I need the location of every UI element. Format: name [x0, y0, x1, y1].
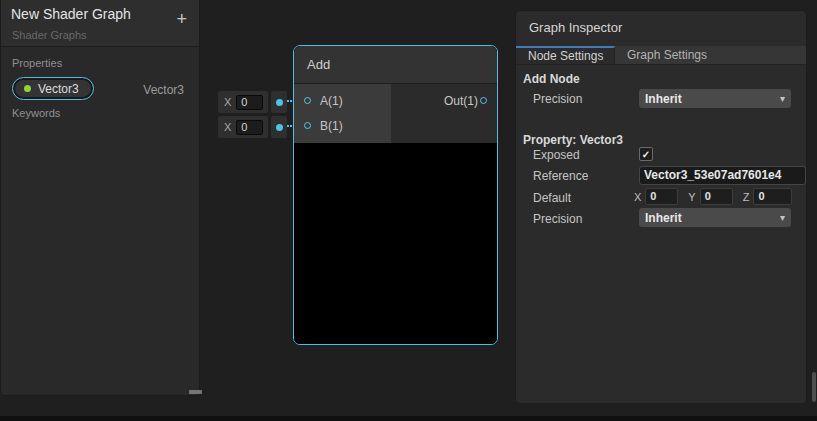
- checkmark-icon: ✓: [642, 149, 650, 160]
- add-property-icon[interactable]: +: [176, 10, 187, 28]
- input-port-a-icon[interactable]: [304, 97, 311, 104]
- property-heading: Property: Vector3: [523, 133, 623, 147]
- port-stub: [271, 116, 287, 138]
- float-input-panel: X 0: [218, 91, 268, 113]
- node-precision-value: Inherit: [645, 92, 682, 106]
- x-axis-label: X: [224, 96, 231, 108]
- add-node[interactable]: Add A(1) B(1) Out(1): [293, 45, 498, 345]
- inspector-tab-bar: Node Settings Graph Settings: [516, 46, 806, 65]
- inspector-title: Graph Inspector: [529, 20, 622, 35]
- property-precision-value: Inherit: [645, 211, 682, 225]
- node-port-area: A(1) B(1) Out(1): [294, 84, 497, 143]
- default-label: Default: [533, 191, 571, 205]
- chevron-down-icon: ▾: [780, 212, 785, 223]
- properties-section-label: Properties: [12, 57, 62, 69]
- default-x-field[interactable]: 0: [645, 188, 678, 205]
- float-value-field-b[interactable]: 0: [236, 120, 263, 135]
- keywords-section-label: Keywords: [12, 107, 60, 119]
- reference-label: Reference: [533, 169, 588, 183]
- property-pill-label: Vector3: [38, 82, 79, 96]
- exposed-dot-icon: [24, 85, 31, 92]
- z-axis-label: Z: [743, 191, 750, 203]
- reference-field[interactable]: Vector3_53e07ad7601e4: [639, 166, 806, 185]
- graph-inspector-panel: Graph Inspector Node Settings Graph Sett…: [515, 10, 807, 404]
- blackboard-resize-handle[interactable]: [189, 390, 202, 394]
- y-axis-label: Y: [688, 191, 695, 203]
- output-ports-background: [391, 84, 497, 143]
- input-port-a-label: A(1): [320, 94, 343, 108]
- float-input-panel: X 0: [218, 116, 268, 138]
- port-dot-icon[interactable]: [276, 124, 283, 131]
- add-node-heading: Add Node: [523, 72, 580, 86]
- tab-node-settings[interactable]: Node Settings: [516, 46, 615, 64]
- window-bottom-edge: [0, 416, 817, 421]
- node-precision-dropdown[interactable]: Inherit ▾: [639, 89, 791, 108]
- float-input-widget-b: X 0: [218, 116, 287, 138]
- float-value-field-a[interactable]: 0: [236, 95, 263, 110]
- chevron-down-icon: ▾: [780, 93, 785, 104]
- input-ports-background: [294, 84, 391, 143]
- node-precision-label: Precision: [533, 92, 582, 106]
- exposed-checkbox[interactable]: ✓: [639, 147, 653, 161]
- graph-subtitle: Shader Graphs: [12, 29, 87, 41]
- blackboard-panel: New Shader Graph + Shader Graphs Propert…: [0, 0, 200, 396]
- float-input-widget-a: X 0: [218, 91, 287, 113]
- graph-title: New Shader Graph: [11, 6, 131, 22]
- default-z-field[interactable]: 0: [753, 188, 792, 205]
- property-precision-label: Precision: [533, 212, 582, 226]
- port-stub: [271, 91, 287, 113]
- property-pill-vector3[interactable]: Vector3: [12, 77, 94, 100]
- shader-graph-window: New Shader Graph + Shader Graphs Propert…: [0, 0, 817, 421]
- x-axis-label: X: [634, 191, 641, 203]
- tab-graph-settings[interactable]: Graph Settings: [615, 46, 707, 64]
- window-scrollbar-thumb[interactable]: [812, 372, 816, 402]
- node-header[interactable]: Add: [294, 46, 497, 84]
- property-precision-dropdown[interactable]: Inherit ▾: [639, 208, 791, 227]
- default-y-field[interactable]: 0: [700, 188, 733, 205]
- output-port-icon[interactable]: [480, 97, 487, 104]
- input-port-b-icon[interactable]: [304, 122, 311, 129]
- exposed-label: Exposed: [533, 148, 580, 162]
- node-title: Add: [307, 57, 330, 72]
- default-vector-fields: X 0 Y 0 Z 0: [634, 188, 792, 205]
- x-axis-label: X: [224, 121, 231, 133]
- port-dot-icon[interactable]: [276, 99, 283, 106]
- node-preview: [294, 144, 497, 344]
- input-port-b-label: B(1): [320, 119, 343, 133]
- property-type-label: Vector3: [143, 83, 184, 97]
- output-port-label: Out(1): [444, 94, 478, 108]
- blackboard-header: New Shader Graph + Shader Graphs: [1, 0, 199, 47]
